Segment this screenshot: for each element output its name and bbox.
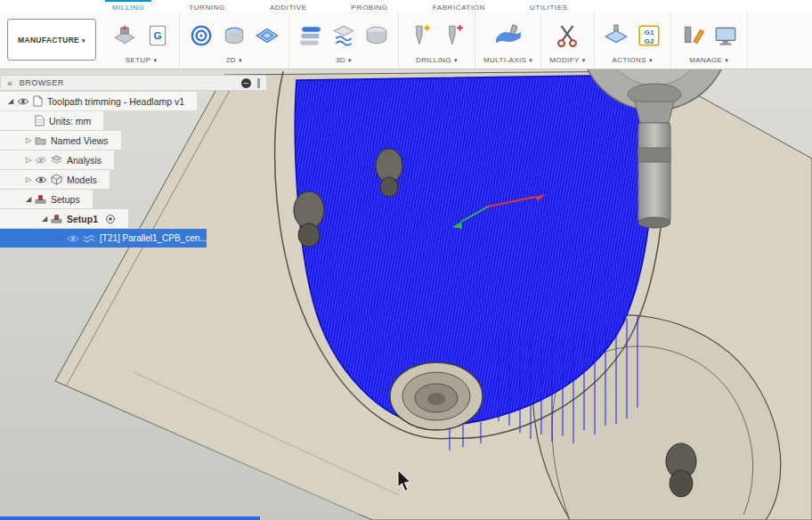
eye-hidden-icon[interactable] — [35, 156, 47, 165]
browser-item-document[interactable]: Toolpath trimming - Headlamp v1 — [0, 92, 197, 110]
bore-icon — [441, 23, 466, 48]
browser-item-label: Analysis — [67, 155, 102, 166]
browser-item-named-views[interactable]: Named Views — [0, 131, 121, 150]
browser-item-setups[interactable]: Setups — [0, 190, 93, 208]
3d-scallop-button[interactable] — [363, 22, 390, 49]
browser-item-units[interactable]: Units: mm — [0, 111, 103, 130]
tab-milling[interactable]: MILLING — [105, 0, 151, 12]
eye-icon[interactable] — [35, 175, 47, 184]
3d-parallel-button[interactable] — [330, 22, 357, 49]
panel-drag-handle[interactable] — [257, 78, 260, 88]
collapse-panel-icon[interactable] — [7, 77, 13, 88]
browser-panel: BROWSER Toolpath trimming - Headlamp v1 … — [0, 75, 267, 248]
toolpath-icon — [83, 234, 95, 243]
chevron-down-icon — [345, 56, 352, 64]
ribbon-toolbar: MANUFACTURE G SETUP — [0, 12, 812, 69]
chevron-down-icon — [526, 56, 532, 64]
setup-icon — [112, 23, 137, 48]
tab-label: PROBING — [352, 4, 388, 12]
chevron-down-icon — [580, 56, 586, 64]
3d-adaptive-icon — [298, 23, 323, 48]
browser-item-setup1[interactable]: Setup1 — [0, 209, 128, 228]
browser-item-label: Setup1 — [67, 214, 98, 224]
expander-icon[interactable] — [23, 175, 34, 183]
post-process-icon: G1 G2 — [637, 23, 662, 48]
scissors-icon — [555, 23, 580, 48]
tab-additive[interactable]: ADDITIVE — [263, 0, 314, 12]
units-page-icon — [35, 115, 45, 126]
2d-contour-button[interactable] — [254, 22, 280, 49]
post-process-button[interactable]: G1 G2 — [636, 22, 662, 49]
tab-label: FABRICATION — [433, 4, 485, 12]
multiaxis-group-label[interactable]: MULTI-AXIS — [483, 53, 532, 66]
swarf-button[interactable] — [492, 22, 524, 49]
manage-group-label[interactable]: MANAGE — [689, 53, 728, 66]
expander-icon[interactable] — [23, 156, 34, 164]
browser-item-label: Named Views — [51, 135, 109, 146]
modify-group-label[interactable]: MODIFY — [549, 53, 585, 66]
tab-fabrication[interactable]: FABRICATION — [426, 0, 492, 12]
chevron-down-icon — [79, 36, 85, 45]
2d-group-label[interactable]: 2D — [226, 53, 242, 66]
expander-icon[interactable] — [39, 215, 50, 223]
toolbar-group-setup: G SETUP — [103, 12, 180, 69]
browser-item-label: Toolpath trimming - Headlamp v1 — [47, 96, 184, 107]
expander-icon[interactable] — [55, 234, 66, 242]
machine-library-button[interactable] — [712, 22, 739, 49]
3d-group-label[interactable]: 3D — [336, 53, 352, 66]
named-views-icon — [35, 135, 46, 145]
active-setup-icon[interactable] — [105, 214, 116, 224]
svg-text:G2: G2 — [644, 37, 654, 45]
tab-turning[interactable]: TURNING — [182, 0, 232, 12]
tab-label: UTILITIES — [530, 4, 568, 12]
toolbar-group-multiaxis: MULTI-AXIS — [475, 12, 541, 69]
tab-probing[interactable]: PROBING — [345, 0, 395, 12]
new-nc-program-button[interactable]: G — [144, 22, 171, 49]
browser-item-analysis[interactable]: Analysis — [0, 150, 114, 169]
face-icon — [222, 23, 247, 48]
toolbar-group-2d: 2D — [180, 12, 289, 69]
gcode-document-icon: G — [145, 23, 170, 48]
2d-pocket-icon — [189, 23, 214, 48]
toolbar-group-drilling: DRILLING — [399, 12, 475, 69]
browser-item-label: Units: mm — [49, 116, 91, 126]
browser-item-toolpath-t21[interactable]: [T21] Parallel1_CPB_cen... — [0, 229, 207, 248]
2d-contour-icon — [255, 23, 280, 48]
bore-button[interactable] — [440, 22, 467, 49]
eye-hidden-icon[interactable] — [67, 234, 79, 243]
toolbar-group-3d: 3D — [289, 12, 399, 69]
browser-item-models[interactable]: Models — [0, 170, 110, 189]
tab-utilities[interactable]: UTILITIES — [523, 0, 575, 12]
browser-item-label: [T21] Parallel1_CPB_cen... — [100, 233, 207, 243]
hide-browser-icon[interactable] — [241, 78, 251, 88]
expander-icon[interactable] — [23, 195, 34, 203]
toolbar-group-actions: G1 G2 ACTIONS — [595, 12, 671, 69]
browser-item-label: Models — [67, 175, 97, 185]
machine-monitor-icon — [713, 23, 738, 48]
chevron-down-icon — [646, 56, 653, 64]
browser-tree: Toolpath trimming - Headlamp v1 Units: m… — [0, 91, 267, 248]
drilling-group-label[interactable]: DRILLING — [416, 53, 458, 66]
drill-icon — [408, 23, 433, 48]
2d-pocket-button[interactable] — [188, 22, 215, 49]
3d-adaptive-button[interactable] — [297, 22, 324, 49]
workspace-tab-bar: MILLING TURNING ADDITIVE PROBING FABRICA… — [0, 0, 812, 12]
new-setup-button[interactable] — [111, 22, 138, 49]
tool-library-button[interactable] — [679, 22, 706, 49]
tab-label: TURNING — [189, 4, 225, 12]
drill-button[interactable] — [407, 22, 434, 49]
trim-toolpath-button[interactable] — [554, 22, 581, 49]
eye-icon[interactable] — [17, 97, 29, 106]
setup-icon — [51, 214, 62, 223]
actions-group-label[interactable]: ACTIONS — [613, 53, 653, 66]
workspace-switcher-button[interactable]: MANUFACTURE — [7, 19, 96, 61]
expander-icon[interactable] — [5, 97, 16, 105]
3d-scallop-icon — [364, 23, 389, 48]
chevron-down-icon — [236, 56, 242, 64]
multi-axis-icon — [493, 23, 524, 48]
bottom-blue-strip — [0, 516, 260, 520]
expander-icon[interactable] — [23, 136, 34, 144]
setup-group-label[interactable]: SETUP — [126, 53, 158, 66]
2d-face-button[interactable] — [221, 22, 248, 49]
simulate-button[interactable] — [603, 22, 629, 49]
